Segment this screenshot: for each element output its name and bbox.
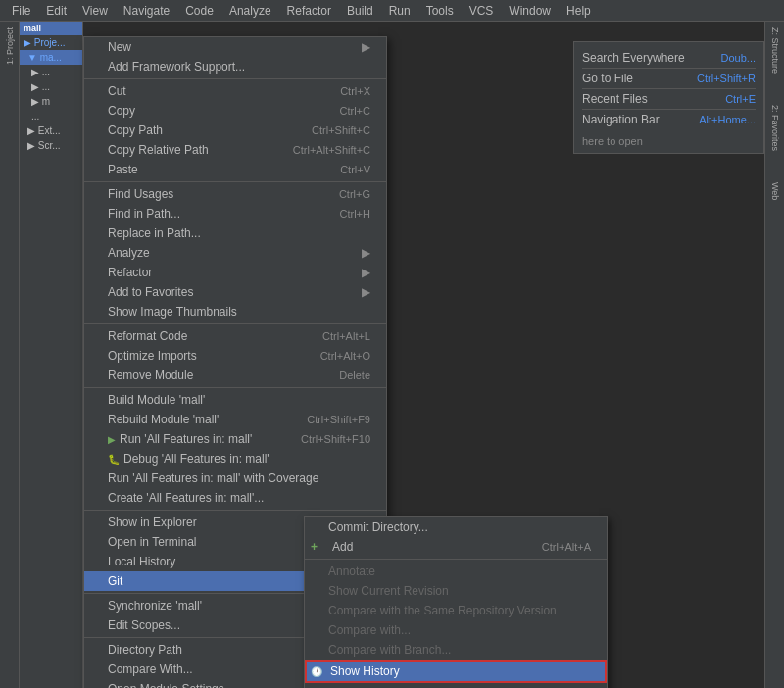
git-compare-with-branch[interactable]: Compare with Branch... bbox=[305, 640, 607, 660]
info-label-nav-bar: Navigation Bar bbox=[582, 113, 660, 126]
right-sidebar: Z: Structure 2: Favorites Web bbox=[764, 22, 784, 688]
project-tree-project[interactable]: ▶ Proje... bbox=[20, 35, 82, 50]
menu-optimize-imports[interactable]: Optimize Imports Ctrl+Alt+O bbox=[84, 346, 386, 366]
project-panel-header: mall bbox=[20, 22, 82, 35]
separator-5 bbox=[84, 510, 386, 511]
info-shortcut-search: Doub... bbox=[721, 52, 756, 64]
menu-debug-all-features[interactable]: 🐛 Debug 'All Features in: mall' bbox=[84, 449, 386, 468]
git-commit-directory[interactable]: Commit Directory... bbox=[305, 517, 607, 537]
info-shortcut-recent-files: Ctrl+E bbox=[725, 93, 756, 105]
add-icon: + bbox=[311, 540, 318, 554]
project-tree-item3[interactable]: ▶ m bbox=[20, 94, 82, 109]
info-hint: here to open bbox=[582, 129, 756, 147]
project-tree-mall[interactable]: ▼ ma... bbox=[20, 50, 82, 65]
sidebar-tab-project[interactable]: 1: Project bbox=[3, 22, 17, 71]
menu-rebuild-module[interactable]: Rebuild Module 'mall' Ctrl+Shift+F9 bbox=[84, 410, 386, 429]
separator-3 bbox=[84, 323, 386, 324]
menu-find-usages[interactable]: Find Usages Ctrl+G bbox=[84, 184, 386, 204]
separator-4 bbox=[84, 387, 386, 388]
debug-icon: 🐛 bbox=[108, 454, 120, 465]
git-annotate[interactable]: Annotate bbox=[305, 562, 607, 581]
sidebar-tab-structure[interactable]: Z: Structure bbox=[768, 22, 782, 79]
git-separator-1 bbox=[305, 559, 607, 560]
menu-copy[interactable]: Copy Ctrl+C bbox=[84, 101, 386, 121]
menu-window[interactable]: Window bbox=[501, 2, 559, 20]
menu-copy-relative-path[interactable]: Copy Relative Path Ctrl+Alt+Shift+C bbox=[84, 140, 386, 160]
menu-tools[interactable]: Tools bbox=[418, 2, 462, 20]
git-compare-same-repo[interactable]: Compare with the Same Repository Version bbox=[305, 601, 607, 620]
menu-refactor[interactable]: Refactor ▶ bbox=[84, 263, 386, 282]
menu-edit[interactable]: Edit bbox=[38, 2, 74, 20]
menu-run-with-coverage[interactable]: Run 'All Features in: mall' with Coverag… bbox=[84, 468, 386, 488]
menu-replace-in-path[interactable]: Replace in Path... bbox=[84, 223, 386, 243]
menu-code[interactable]: Code bbox=[177, 2, 221, 20]
project-panel: mall ▶ Proje... ▼ ma... ▶ ... ▶ ... ▶ m … bbox=[20, 22, 83, 688]
menu-analyze[interactable]: Analyze bbox=[221, 2, 279, 20]
menu-cut[interactable]: Cut Ctrl+X bbox=[84, 81, 386, 101]
info-shortcut-nav-bar: Alt+Home... bbox=[699, 114, 756, 125]
menubar: File Edit View Navigate Code Analyze Ref… bbox=[0, 0, 784, 22]
menu-copy-path[interactable]: Copy Path Ctrl+Shift+C bbox=[84, 121, 386, 140]
menu-navigate[interactable]: Navigate bbox=[116, 2, 177, 20]
menu-analyze[interactable]: Analyze ▶ bbox=[84, 243, 386, 263]
menu-vcs[interactable]: VCS bbox=[462, 2, 502, 20]
run-icon: ▶ bbox=[108, 434, 116, 445]
menu-view[interactable]: View bbox=[74, 2, 116, 20]
menu-reformat-code[interactable]: Reformat Code Ctrl+Alt+L bbox=[84, 326, 386, 346]
project-tree-item4[interactable]: ... bbox=[20, 109, 82, 123]
menu-refactor[interactable]: Refactor bbox=[279, 2, 339, 20]
ide-background: 1: Project Z: Structure 2: Favorites Web… bbox=[0, 22, 784, 688]
project-tree-ext[interactable]: ▶ Ext... bbox=[20, 123, 82, 138]
git-add[interactable]: + Add Ctrl+Alt+A bbox=[305, 537, 607, 557]
menu-create-all-features[interactable]: Create 'All Features in: mall'... bbox=[84, 488, 386, 508]
git-revert[interactable]: Revert... Ctrl+Alt+Z bbox=[305, 683, 607, 688]
menu-file[interactable]: File bbox=[4, 2, 38, 20]
left-sidebar: 1: Project bbox=[0, 22, 20, 688]
menu-new[interactable]: New ▶ bbox=[84, 37, 386, 57]
menu-run[interactable]: Run bbox=[381, 2, 418, 20]
info-label-search: Search Everywhere bbox=[582, 51, 685, 65]
menu-run-all-features[interactable]: ▶ Run 'All Features in: mall' Ctrl+Shift… bbox=[84, 429, 386, 449]
menu-remove-module[interactable]: Remove Module Delete bbox=[84, 366, 386, 385]
git-compare-with[interactable]: Compare with... bbox=[305, 620, 607, 640]
sidebar-tab-web[interactable]: Web bbox=[768, 176, 782, 206]
separator-1 bbox=[84, 78, 386, 79]
menu-build[interactable]: Build bbox=[339, 2, 381, 20]
menu-add-to-favorites[interactable]: Add to Favorites ▶ bbox=[84, 282, 386, 302]
right-info-panel: Search Everywhere Doub... Go to File Ctr… bbox=[573, 41, 764, 154]
project-tree-item1[interactable]: ▶ ... bbox=[20, 65, 82, 79]
menu-show-image-thumbnails[interactable]: Show Image Thumbnails bbox=[84, 302, 386, 321]
clock-icon: 🕐 bbox=[311, 666, 322, 677]
info-row-search: Search Everywhere Doub... bbox=[582, 48, 756, 69]
sidebar-tab-favorites[interactable]: 2: Favorites bbox=[768, 99, 782, 157]
menu-build-module[interactable]: Build Module 'mall' bbox=[84, 390, 386, 410]
info-row-nav-bar: Navigation Bar Alt+Home... bbox=[582, 110, 756, 129]
info-row-recent-files: Recent Files Ctrl+E bbox=[582, 89, 756, 110]
menu-find-in-path[interactable]: Find in Path... Ctrl+H bbox=[84, 204, 386, 223]
project-tree-item2[interactable]: ▶ ... bbox=[20, 79, 82, 94]
menu-help[interactable]: Help bbox=[559, 2, 599, 20]
menu-add-framework[interactable]: Add Framework Support... bbox=[84, 57, 386, 76]
info-label-goto-file: Go to File bbox=[582, 72, 633, 85]
git-show-current-revision[interactable]: Show Current Revision bbox=[305, 581, 607, 601]
info-label-recent-files: Recent Files bbox=[582, 92, 648, 106]
separator-2 bbox=[84, 181, 386, 182]
project-tree-scr[interactable]: ▶ Scr... bbox=[20, 138, 82, 153]
git-show-history[interactable]: 🕐 Show History bbox=[305, 660, 607, 683]
info-row-goto-file: Go to File Ctrl+Shift+R bbox=[582, 69, 756, 89]
git-submenu: Commit Directory... + Add Ctrl+Alt+A Ann… bbox=[304, 516, 608, 688]
menu-paste[interactable]: Paste Ctrl+V bbox=[84, 160, 386, 179]
info-shortcut-goto-file: Ctrl+Shift+R bbox=[697, 73, 756, 84]
